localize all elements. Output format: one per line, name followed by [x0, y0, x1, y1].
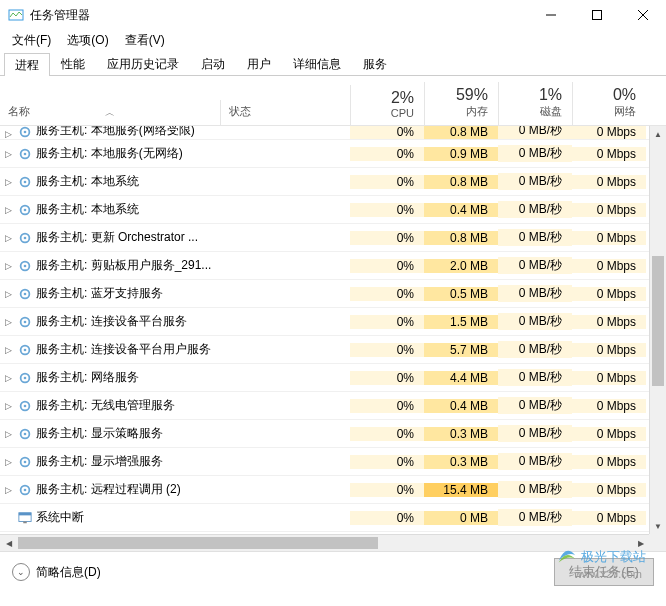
expand-icon[interactable]: ▷	[0, 429, 16, 439]
table-row[interactable]: ▷服务主机: 更新 Orchestrator ...0%0.8 MB0 MB/秒…	[0, 224, 666, 252]
cpu-value: 0%	[350, 399, 424, 413]
expand-icon[interactable]: ▷	[0, 233, 16, 243]
horizontal-scrollbar[interactable]: ◀ ▶	[0, 534, 649, 551]
header-cpu[interactable]: 2%CPU	[350, 85, 424, 125]
header-memory[interactable]: 59%内存	[424, 82, 498, 125]
tab-processes[interactable]: 进程	[4, 53, 50, 76]
expand-icon[interactable]: ▷	[0, 205, 16, 215]
table-row[interactable]: ▷服务主机: 本地系统0%0.8 MB0 MB/秒0 Mbps	[0, 168, 666, 196]
menu-file[interactable]: 文件(F)	[4, 30, 59, 52]
svg-point-32	[24, 488, 27, 491]
svg-rect-35	[23, 521, 27, 523]
table-row[interactable]: 系统中断0%0 MB0 MB/秒0 Mbps	[0, 504, 666, 532]
table-row[interactable]: ▷服务主机: 网络服务0%4.4 MB0 MB/秒0 Mbps	[0, 364, 666, 392]
gear-icon	[16, 147, 34, 161]
disk-value: 0 MB/秒	[498, 126, 572, 139]
table-row[interactable]: ▷服务主机: 远程过程调用 (2)0%15.4 MB0 MB/秒0 Mbps	[0, 476, 666, 504]
minimize-button[interactable]	[528, 0, 574, 30]
memory-value: 0.3 MB	[424, 455, 498, 469]
disk-value: 0 MB/秒	[498, 313, 572, 330]
expand-icon[interactable]: ▷	[0, 457, 16, 467]
cpu-value: 0%	[350, 126, 424, 139]
tab-performance[interactable]: 性能	[50, 52, 96, 75]
tab-users[interactable]: 用户	[236, 52, 282, 75]
expand-icon[interactable]: ▷	[0, 149, 16, 159]
network-value: 0 Mbps	[572, 483, 646, 497]
brief-info-toggle[interactable]: ⌄ 简略信息(D)	[12, 563, 101, 581]
expand-icon[interactable]: ▷	[0, 345, 16, 355]
table-row[interactable]: ▷服务主机: 本地服务(无网络)0%0.9 MB0 MB/秒0 Mbps	[0, 140, 666, 168]
network-value: 0 Mbps	[572, 371, 646, 385]
process-name: 服务主机: 本地服务(无网络)	[34, 145, 220, 162]
expand-icon[interactable]: ▷	[0, 373, 16, 383]
cpu-value: 0%	[350, 231, 424, 245]
process-name: 服务主机: 蓝牙支持服务	[34, 285, 220, 302]
table-row[interactable]: ▷服务主机: 无线电管理服务0%0.4 MB0 MB/秒0 Mbps	[0, 392, 666, 420]
header-status[interactable]: 状态	[220, 100, 350, 125]
expand-icon[interactable]: ▷	[0, 289, 16, 299]
expand-icon[interactable]: ▷	[0, 261, 16, 271]
memory-value: 0.8 MB	[424, 126, 498, 139]
tab-startup[interactable]: 启动	[190, 52, 236, 75]
table-row[interactable]: ▷服务主机: 连接设备平台服务0%1.5 MB0 MB/秒0 Mbps	[0, 308, 666, 336]
table-row[interactable]: ▷服务主机: 显示策略服务0%0.3 MB0 MB/秒0 Mbps	[0, 420, 666, 448]
process-rows: ▷ 服务主机: 本地服务(网络受限) 0% 0.8 MB 0 MB/秒 0 Mb…	[0, 126, 666, 536]
tabbar: 进程 性能 应用历史记录 启动 用户 详细信息 服务	[0, 52, 666, 76]
process-name: 服务主机: 连接设备平台用户服务	[34, 341, 220, 358]
memory-value: 0.4 MB	[424, 399, 498, 413]
menu-view[interactable]: 查看(V)	[117, 30, 173, 52]
gear-icon	[16, 203, 34, 217]
gear-icon	[16, 371, 34, 385]
menu-options[interactable]: 选项(O)	[59, 30, 116, 52]
expand-icon[interactable]: ▷	[0, 129, 16, 139]
disk-value: 0 MB/秒	[498, 453, 572, 470]
table-row[interactable]: ▷服务主机: 连接设备平台用户服务0%5.7 MB0 MB/秒0 Mbps	[0, 336, 666, 364]
process-name: 系统中断	[34, 509, 220, 526]
network-value: 0 Mbps	[572, 343, 646, 357]
scrollbar-thumb[interactable]	[652, 256, 664, 386]
brief-info-label: 简略信息(D)	[36, 564, 101, 581]
tab-services[interactable]: 服务	[352, 52, 398, 75]
scroll-left-icon[interactable]: ◀	[0, 535, 17, 551]
gear-icon	[16, 343, 34, 357]
network-value: 0 Mbps	[572, 231, 646, 245]
disk-value: 0 MB/秒	[498, 257, 572, 274]
svg-point-24	[24, 376, 27, 379]
close-button[interactable]	[620, 0, 666, 30]
cpu-value: 0%	[350, 483, 424, 497]
network-value: 0 Mbps	[572, 147, 646, 161]
tab-app-history[interactable]: 应用历史记录	[96, 52, 190, 75]
table-row[interactable]: ▷ 服务主机: 本地服务(网络受限) 0% 0.8 MB 0 MB/秒 0 Mb…	[0, 126, 666, 140]
expand-icon[interactable]: ▷	[0, 177, 16, 187]
scroll-corner	[649, 534, 666, 551]
tab-details[interactable]: 详细信息	[282, 52, 352, 75]
network-value: 0 Mbps	[572, 259, 646, 273]
memory-value: 1.5 MB	[424, 315, 498, 329]
disk-value: 0 MB/秒	[498, 425, 572, 442]
cpu-value: 0%	[350, 287, 424, 301]
disk-value: 0 MB/秒	[498, 369, 572, 386]
process-name: 服务主机: 显示策略服务	[34, 425, 220, 442]
table-row[interactable]: ▷服务主机: 显示增强服务0%0.3 MB0 MB/秒0 Mbps	[0, 448, 666, 476]
svg-rect-34	[19, 512, 31, 515]
scrollbar-thumb[interactable]	[18, 537, 378, 549]
scroll-up-icon[interactable]: ▲	[650, 126, 666, 143]
memory-value: 0.4 MB	[424, 203, 498, 217]
maximize-button[interactable]	[574, 0, 620, 30]
header-name[interactable]: ︿ 名称	[0, 100, 220, 125]
expand-icon[interactable]: ▷	[0, 485, 16, 495]
gear-icon	[16, 399, 34, 413]
svg-point-28	[24, 432, 27, 435]
table-row[interactable]: ▷服务主机: 本地系统0%0.4 MB0 MB/秒0 Mbps	[0, 196, 666, 224]
header-disk[interactable]: 1%磁盘	[498, 82, 572, 125]
column-headers: ︿ 名称 状态 2%CPU 59%内存 1%磁盘 0%网络	[0, 76, 666, 126]
header-network[interactable]: 0%网络	[572, 82, 646, 125]
scroll-down-icon[interactable]: ▼	[650, 518, 666, 535]
table-row[interactable]: ▷服务主机: 蓝牙支持服务0%0.5 MB0 MB/秒0 Mbps	[0, 280, 666, 308]
sort-indicator-icon: ︿	[105, 106, 115, 120]
memory-value: 0 MB	[424, 511, 498, 525]
table-row[interactable]: ▷服务主机: 剪贴板用户服务_291...0%2.0 MB0 MB/秒0 Mbp…	[0, 252, 666, 280]
expand-icon[interactable]: ▷	[0, 317, 16, 327]
expand-icon[interactable]: ▷	[0, 401, 16, 411]
vertical-scrollbar[interactable]: ▲ ▼	[649, 126, 666, 535]
